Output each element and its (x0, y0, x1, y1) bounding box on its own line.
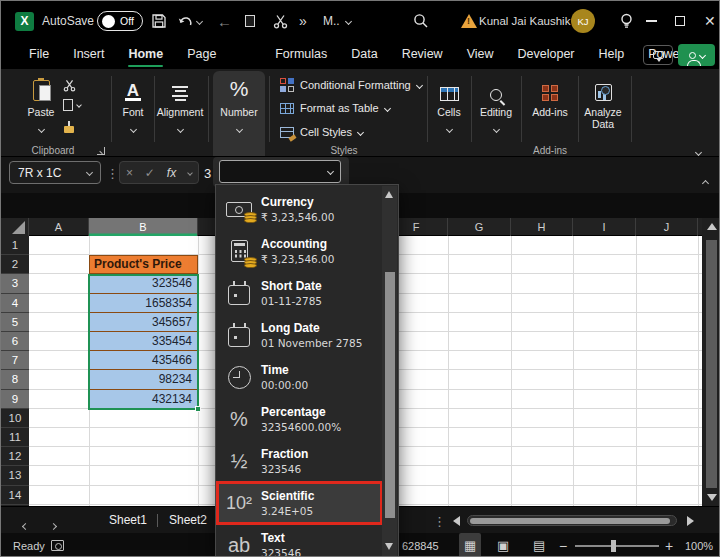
cell-styles-button[interactable]: Cell Styles (280, 126, 363, 138)
cell-b2-header[interactable]: Product's Price (89, 255, 198, 274)
more-commands-button[interactable]: » (299, 1, 307, 41)
zoom-out-button[interactable]: − (559, 533, 567, 557)
hscroll-left-arrow[interactable] (453, 516, 460, 526)
row-header-8[interactable]: 8 (1, 370, 29, 389)
horizontal-scrollbar[interactable] (467, 515, 677, 526)
cut-button-ribbon[interactable] (63, 79, 76, 92)
menu-item-scientific[interactable]: 10²Scientific3.24E+05 (217, 482, 382, 524)
row-header-10[interactable]: 10 (1, 409, 29, 428)
copy-button[interactable] (245, 1, 255, 41)
page-break-view-button[interactable]: ▤ (533, 533, 545, 557)
menu-item-fraction[interactable]: ½Fraction323546 (217, 440, 382, 482)
row-header-11[interactable]: 11 (1, 428, 29, 447)
scroll-up-arrow[interactable] (707, 223, 717, 230)
column-header-i[interactable]: I (573, 218, 636, 236)
menu-item-text[interactable]: abText323546 (217, 524, 382, 557)
column-header-b[interactable]: B (89, 218, 198, 236)
cancel-entry-icon[interactable]: × (126, 166, 133, 180)
chevron-down-icon[interactable] (187, 170, 193, 176)
sheet-tab-sheet2[interactable]: Sheet2 (161, 507, 215, 534)
row-header-5[interactable]: 5 (1, 313, 29, 332)
dropdown-scroll-down[interactable] (385, 543, 393, 550)
menu-item-accounting[interactable]: Accounting₹ 3,23,546.00 (217, 230, 382, 272)
menu-item-percentage[interactable]: %Percentage32354600.00% (217, 398, 382, 440)
tab-page-layout[interactable]: Page Layout (175, 41, 263, 69)
cells-group-button[interactable]: Cells (423, 75, 475, 136)
save-button[interactable] (151, 1, 167, 41)
formula-bar-content[interactable]: 3 (204, 166, 211, 181)
row-header-6[interactable]: 6 (1, 332, 29, 351)
avatar[interactable]: KJ (571, 9, 595, 33)
maximize-button[interactable] (675, 1, 685, 41)
tab-file[interactable]: File (17, 41, 61, 69)
tab-view[interactable]: View (455, 41, 506, 69)
autosave-toggle[interactable]: Off (97, 1, 143, 41)
alignment-group-button[interactable]: Alignment (154, 75, 206, 136)
dropdown-scroll-thumb[interactable] (385, 272, 395, 518)
document-name[interactable]: M.. (323, 1, 351, 41)
user-name[interactable]: Kunal Jai Kaushik (479, 1, 570, 41)
cut-button[interactable] (273, 1, 288, 41)
row-header-3[interactable]: 3 (1, 274, 29, 293)
tab-data[interactable]: Data (339, 41, 389, 69)
copy-button-ribbon[interactable] (63, 99, 81, 111)
search-icon[interactable] (413, 1, 429, 41)
menu-item-time[interactable]: Time00:00:00 (217, 356, 382, 398)
number-group-button[interactable]: % Number (213, 75, 265, 136)
row-header-14[interactable]: 14 (1, 486, 29, 505)
hscroll-right-arrow[interactable] (687, 516, 694, 526)
horizontal-scroll-thumb[interactable] (470, 518, 670, 524)
undo-button[interactable] (177, 1, 202, 41)
addins-button[interactable]: Add-ins (524, 75, 576, 118)
vertical-scrollbar[interactable] (702, 218, 720, 506)
cell-b6[interactable]: 335454 (89, 332, 198, 351)
row-header-9[interactable]: 9 (1, 390, 29, 409)
comments-button[interactable] (643, 45, 673, 65)
cell-b4[interactable]: 1658354 (89, 294, 198, 313)
expand-formula-bar-chevron[interactable] (703, 172, 708, 190)
menu-item-long-date[interactable]: Long Date01 November 2785 (217, 314, 382, 356)
column-header-a[interactable]: A (29, 218, 89, 236)
minimize-button[interactable] (646, 1, 657, 41)
row-header-1[interactable]: 1 (1, 236, 29, 255)
fill-handle[interactable] (195, 406, 201, 412)
zoom-slider-handle[interactable] (611, 540, 616, 552)
vertical-scroll-thumb[interactable] (706, 240, 717, 488)
zoom-slider[interactable] (575, 545, 659, 547)
row-header-4[interactable]: 4 (1, 294, 29, 313)
scroll-down-arrow[interactable] (707, 494, 717, 501)
analyze-data-button[interactable]: Analyze Data (578, 75, 628, 130)
editing-group-button[interactable]: Editing (470, 75, 522, 136)
prev-sheet-arrow[interactable] (23, 515, 28, 533)
row-header-12[interactable]: 12 (1, 447, 29, 466)
name-box[interactable]: 7R x 1C (9, 161, 101, 184)
dropdown-scrollbar[interactable] (382, 186, 397, 557)
tab-insert[interactable]: Insert (61, 41, 116, 69)
tab-formulas[interactable]: Formulas (263, 41, 339, 69)
tab-developer[interactable]: Developer (506, 41, 587, 69)
format-painter-button[interactable] (63, 121, 75, 134)
cell-b3[interactable]: 323546 (89, 274, 198, 293)
row-header-13[interactable]: 13 (1, 466, 29, 485)
sheet-tab-sheet1[interactable]: Sheet1 (101, 507, 155, 534)
column-header-h[interactable]: H (511, 218, 573, 236)
row-header-2[interactable]: 2 (1, 255, 29, 274)
zoom-level[interactable]: 100% (685, 533, 713, 557)
select-all-corner[interactable] (1, 218, 29, 236)
tab-help[interactable]: Help (587, 41, 637, 69)
normal-view-button[interactable]: ▦ (459, 533, 481, 557)
confirm-entry-icon[interactable]: ✓ (145, 166, 155, 180)
macro-record-icon[interactable] (51, 533, 64, 557)
lightbulb-icon[interactable] (619, 1, 634, 41)
conditional-formatting-button[interactable]: Conditional Formatting (280, 78, 422, 92)
share-button[interactable] (678, 44, 715, 66)
cell-b5[interactable]: 345657 (89, 313, 198, 332)
menu-item-short-date[interactable]: Short Date01-11-2785 (217, 272, 382, 314)
row-header-7[interactable]: 7 (1, 351, 29, 370)
cell-b8[interactable]: 98234 (89, 370, 198, 389)
font-group-button[interactable]: A Font (107, 75, 159, 136)
cell-b7[interactable]: 435466 (89, 351, 198, 370)
number-format-combo[interactable] (219, 160, 341, 183)
insert-function-button[interactable]: fx (167, 166, 176, 180)
page-layout-view-button[interactable]: ▣ (497, 533, 509, 557)
